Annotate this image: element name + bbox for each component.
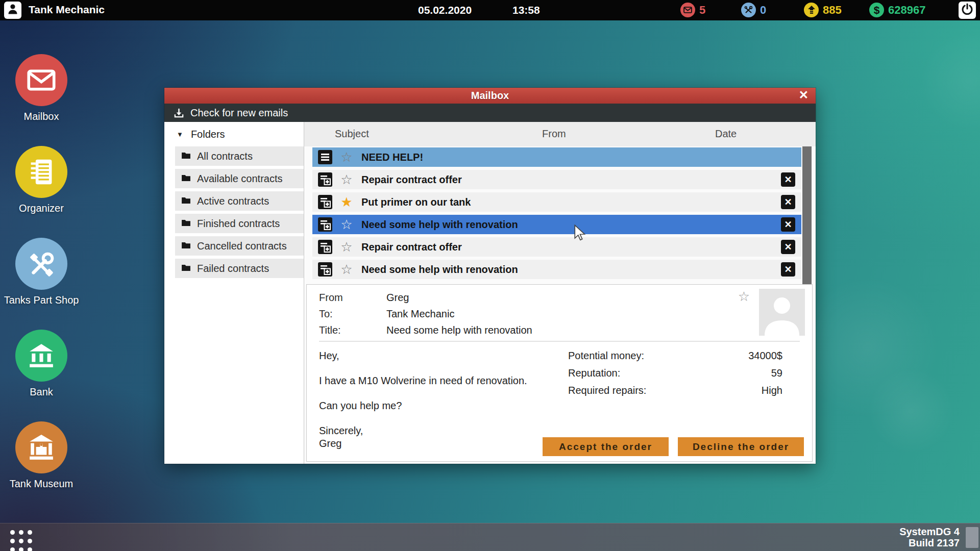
mail-list-area: Subject From Date ☆ NEED HELP! ☆ Repair … <box>304 122 816 464</box>
desktop: Tank Mechanic 05.02.2020 13:58 5 0 885 $… <box>0 0 980 551</box>
delete-email-button[interactable]: ✕ <box>781 262 795 277</box>
stat-label: Reputation: <box>568 367 620 379</box>
title-label: Title: <box>319 324 386 336</box>
window-body: ▼ Folders All contracts Available contra… <box>164 122 816 464</box>
desktop-icon-label: Tanks Part Shop <box>1 294 82 306</box>
mail-count-badge: 5 <box>680 3 705 17</box>
stat-value: 34000$ <box>748 350 782 362</box>
system-name: SystemDG 4 <box>899 526 960 537</box>
email-row-selected[interactable]: ☆ Need some help with renovation ✕ <box>312 215 801 234</box>
favorite-star-icon[interactable]: ☆ <box>738 289 750 305</box>
folder-item-cancelled-contracts[interactable]: Cancelled contracts <box>175 236 304 256</box>
user-profile-button[interactable] <box>4 2 21 19</box>
email-rows: ☆ NEED HELP! ☆ Repair contract offer ✕ ★… <box>312 147 801 282</box>
mail-icon <box>680 3 695 17</box>
app-title: Tank Mechanic <box>29 4 105 16</box>
close-icon[interactable]: ✕ <box>799 88 808 102</box>
app-launcher-button[interactable] <box>10 530 32 551</box>
delete-email-button[interactable]: ✕ <box>781 172 795 187</box>
column-subject: Subject <box>335 128 369 140</box>
list-header: Subject From Date <box>304 122 816 146</box>
email-detail-panel: FromGreg To:Tank Mechanic Title:Need som… <box>306 284 813 462</box>
desktop-icon-bank[interactable]: Bank <box>1 330 82 398</box>
accept-order-button[interactable]: Accept the order <box>543 437 669 456</box>
star-icon[interactable]: ☆ <box>338 216 355 233</box>
email-contract-icon <box>317 217 333 232</box>
email-row[interactable]: ☆ Repair contract offer ✕ <box>312 170 801 189</box>
wrench-icon <box>741 3 756 17</box>
folders-sidebar: ▼ Folders All contracts Available contra… <box>164 122 304 464</box>
taskbar: SystemDG 4 Build 2137 <box>0 523 980 551</box>
folder-item-all-contracts[interactable]: All contracts <box>175 146 304 166</box>
star-icon[interactable]: ☆ <box>338 238 355 256</box>
dollar-icon: $ <box>869 3 884 17</box>
museum-icon <box>15 421 67 473</box>
column-from: From <box>542 128 566 140</box>
column-date: Date <box>715 128 737 140</box>
download-icon <box>174 108 184 118</box>
mailbox-icon <box>15 54 67 106</box>
folder-item-available-contracts[interactable]: Available contracts <box>175 169 304 188</box>
star-icon[interactable]: ☆ <box>338 261 355 278</box>
detail-divider <box>319 341 800 342</box>
from-value: Greg <box>386 292 409 304</box>
power-button[interactable] <box>959 2 976 19</box>
email-contract-icon <box>317 194 333 210</box>
rank-up-icon <box>804 3 819 17</box>
desktop-icon-label: Mailbox <box>1 111 82 122</box>
desktop-icon-tanks-part-shop[interactable]: Tanks Part Shop <box>1 238 82 306</box>
star-icon[interactable]: ☆ <box>338 148 355 166</box>
desktop-icon-mailbox[interactable]: Mailbox <box>1 54 82 122</box>
star-icon[interactable]: ☆ <box>338 171 355 188</box>
user-icon <box>7 3 19 17</box>
folder-icon <box>181 152 191 161</box>
bokeh-circle <box>868 367 954 454</box>
delete-email-button[interactable]: ✕ <box>781 217 795 232</box>
to-label: To: <box>319 308 386 320</box>
folder-item-finished-contracts[interactable]: Finished contracts <box>175 214 304 233</box>
email-contract-icon <box>317 262 333 277</box>
email-contract-icon <box>317 172 333 187</box>
bokeh-circle <box>796 276 939 418</box>
folder-item-active-contracts[interactable]: Active contracts <box>175 191 304 211</box>
email-row[interactable]: ★ Put primer on our tank ✕ <box>312 192 801 212</box>
email-row[interactable]: ☆ NEED HELP! <box>312 147 801 167</box>
star-icon-filled[interactable]: ★ <box>338 193 355 211</box>
sender-avatar <box>759 289 805 336</box>
caret-down-icon: ▼ <box>177 131 183 138</box>
check-for-new-emails-button[interactable]: Check for new emails <box>190 107 288 119</box>
coins-badge: 885 <box>804 3 842 17</box>
email-read-icon <box>317 149 333 165</box>
email-row[interactable]: ☆ Repair contract offer ✕ <box>312 237 801 257</box>
repairs-count-badge: 0 <box>741 3 766 17</box>
date-display: 05.02.2020 <box>418 4 472 16</box>
folders-header[interactable]: ▼ Folders <box>164 122 304 146</box>
bank-icon <box>15 330 67 382</box>
taskbar-edge-button[interactable] <box>966 527 978 548</box>
desktop-icon-label: Organizer <box>1 203 82 214</box>
folder-icon <box>181 196 191 206</box>
desktop-icon-organizer[interactable]: Organizer <box>1 146 82 214</box>
delete-email-button[interactable]: ✕ <box>781 240 795 254</box>
desktop-icon-label: Tank Museum <box>1 478 82 490</box>
delete-email-button[interactable]: ✕ <box>781 195 795 209</box>
time-display: 13:58 <box>512 4 540 16</box>
folder-icon <box>181 241 191 251</box>
folder-item-failed-contracts[interactable]: Failed contracts <box>175 259 304 278</box>
from-label: From <box>319 292 386 304</box>
mail-count: 5 <box>699 4 705 17</box>
stat-value: High <box>762 385 782 396</box>
top-bar: Tank Mechanic 05.02.2020 13:58 5 0 885 $… <box>0 0 980 20</box>
email-row[interactable]: ☆ Need some help with renovation ✕ <box>312 260 801 279</box>
tools-icon <box>15 238 67 290</box>
desktop-icon-tank-museum[interactable]: Tank Museum <box>1 421 82 490</box>
contract-stats: Potential money:34000$ Reputation:59 Req… <box>568 350 782 450</box>
system-info: SystemDG 4 Build 2137 <box>899 526 960 548</box>
decline-order-button[interactable]: Decline the order <box>678 437 804 456</box>
repairs-count: 0 <box>760 4 766 17</box>
coins-count: 885 <box>823 4 842 17</box>
money-badge: $ 628967 <box>869 3 925 17</box>
window-titlebar[interactable]: Mailbox ✕ <box>164 88 816 104</box>
window-toolbar: Check for new emails <box>164 104 816 122</box>
power-icon <box>961 3 973 17</box>
